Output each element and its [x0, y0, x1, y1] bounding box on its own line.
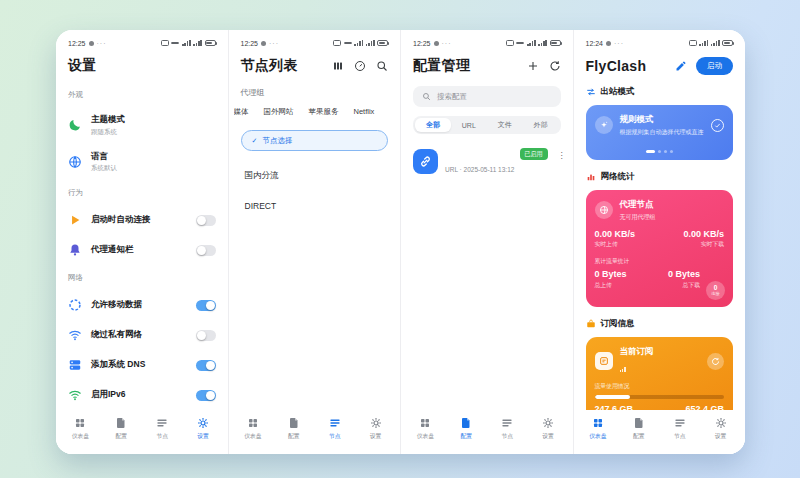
nav-label: 节点 [329, 432, 341, 441]
status-badge: 已启用 [520, 148, 548, 160]
refresh-subscription-icon[interactable] [707, 353, 724, 370]
selected-node-chip[interactable]: ✓ 节点选择 [241, 130, 389, 151]
setting-title: 启动时自动连接 [91, 214, 187, 226]
node-item-domestic[interactable]: 国内分流 [241, 170, 389, 182]
nav-settings[interactable]: 设置 [533, 417, 563, 441]
usage-progress-bar [595, 395, 725, 399]
nav-settings[interactable]: 设置 [706, 417, 736, 441]
connections-badge[interactable]: 0 连接 [706, 281, 725, 300]
filter-all[interactable]: 全部 [415, 118, 451, 132]
nav-label: 设置 [715, 432, 727, 441]
connections-label: 连接 [711, 292, 719, 296]
ipv6-toggle[interactable] [196, 390, 216, 401]
config-item[interactable]: 已启用 URL · 2025-05-11 13:12 ⋮ [413, 148, 561, 175]
tab-apple[interactable]: 苹果服务 [309, 107, 339, 117]
total-traffic-label: 累计流量统计 [595, 257, 725, 266]
nav-config[interactable]: 配置 [451, 417, 481, 441]
section-appearance: 外观 [68, 90, 216, 100]
nav-nodes[interactable]: 节点 [492, 417, 522, 441]
nav-nodes[interactable]: 节点 [147, 417, 177, 441]
rule-mode-card[interactable]: 规则模式 根据规则集自动选择代理或直连 [586, 105, 734, 160]
upload-total-label: 总上传 [595, 281, 627, 290]
setting-ipv6[interactable]: 启用IPv6 [68, 387, 216, 403]
setting-subtitle: 系统默认 [91, 164, 216, 173]
tab-foreign-sites[interactable]: 国外网站 [264, 107, 294, 117]
nav-dashboard[interactable]: 仪表盘 [238, 417, 268, 441]
status-bar: 12:25 ··· [241, 37, 389, 49]
status-bar: 12:24 ··· [586, 37, 734, 49]
setting-title: 添加系统 DNS [91, 359, 187, 371]
bypass-private-toggle[interactable] [196, 330, 216, 341]
mode-title: 规则模式 [620, 114, 704, 126]
bell-icon [68, 243, 82, 257]
list-icon [329, 417, 341, 429]
play-icon [68, 213, 82, 227]
status-bar: 12:25 ··· [413, 37, 561, 49]
start-button[interactable]: 启动 [696, 57, 733, 75]
setting-theme-mode[interactable]: 主题模式 跟随系统 [68, 114, 216, 137]
list-icon [501, 417, 513, 429]
autoconnect-toggle[interactable] [196, 215, 216, 226]
plus-icon[interactable] [527, 60, 539, 72]
search-input[interactable]: 搜索配置 [413, 86, 561, 107]
mobile-data-toggle[interactable] [196, 300, 216, 311]
nav-settings[interactable]: 设置 [188, 417, 218, 441]
signal-icon [354, 40, 363, 46]
more-menu-icon[interactable]: ⋮ [558, 154, 561, 158]
alarm-icon [261, 41, 266, 46]
filter-url[interactable]: URL [451, 118, 487, 132]
gear-icon [715, 417, 727, 429]
config-screen: 12:25 ··· 配置管理 搜索 [401, 30, 574, 454]
wifi-green-icon [68, 388, 82, 402]
battery-icon [722, 40, 733, 46]
setting-notification[interactable]: 代理通知栏 [68, 242, 216, 258]
section-label: 网络统计 [601, 171, 635, 183]
dashboard-icon [592, 417, 604, 429]
signal-icon [699, 40, 708, 46]
nav-label: 设置 [370, 432, 382, 441]
filter-file[interactable]: 文件 [487, 118, 523, 132]
system-dns-toggle[interactable] [196, 360, 216, 371]
filter-external[interactable]: 外部 [523, 118, 559, 132]
tab-media[interactable]: 媒体 [234, 107, 249, 117]
gear-icon [197, 417, 209, 429]
search-icon[interactable] [376, 60, 388, 72]
pencil-icon[interactable] [675, 60, 687, 72]
notification-toggle[interactable] [196, 245, 216, 256]
setting-autoconnect[interactable]: 启动时自动连接 [68, 212, 216, 228]
setting-title: 绕过私有网络 [91, 329, 187, 341]
nav-config[interactable]: 配置 [624, 417, 654, 441]
nav-dashboard[interactable]: 仪表盘 [410, 417, 440, 441]
columns-icon[interactable] [332, 60, 344, 72]
setting-mobile-data[interactable]: 允许移动数据 [68, 297, 216, 313]
nav-config[interactable]: 配置 [279, 417, 309, 441]
proxy-node-title: 代理节点 [620, 199, 656, 211]
nav-settings[interactable]: 设置 [361, 417, 391, 441]
nav-label: 节点 [674, 432, 686, 441]
status-bar: 12:25 ··· [68, 37, 216, 49]
tab-netflix[interactable]: Netflix [354, 107, 375, 117]
nav-dashboard[interactable]: 仪表盘 [65, 417, 95, 441]
section-subscription: 订阅信息 [586, 318, 734, 330]
nav-nodes[interactable]: 节点 [320, 417, 350, 441]
document-icon [633, 417, 645, 429]
document-icon [460, 417, 472, 429]
nav-nodes[interactable]: 节点 [665, 417, 695, 441]
setting-language[interactable]: 语言 系统默认 [68, 151, 216, 174]
signal2-icon [193, 40, 202, 46]
alarm-icon [434, 41, 439, 46]
page-title: 设置 [68, 57, 216, 75]
refresh-icon[interactable] [549, 60, 561, 72]
more-dots-icon: ··· [614, 40, 624, 47]
gear-icon [542, 417, 554, 429]
node-item-direct[interactable]: DIRECT [241, 201, 389, 211]
setting-system-dns[interactable]: 添加系统 DNS [68, 357, 216, 373]
nav-dashboard[interactable]: 仪表盘 [583, 417, 613, 441]
nav-config[interactable]: 配置 [106, 417, 136, 441]
upload-total: 0 Bytes [595, 269, 627, 279]
setting-title: 启用IPv6 [91, 389, 187, 401]
more-dots-icon: ··· [442, 40, 452, 47]
speedtest-icon[interactable] [354, 60, 366, 72]
filter-segmented-control: 全部 URL 文件 外部 [413, 116, 561, 134]
setting-bypass-private[interactable]: 绕过私有网络 [68, 327, 216, 343]
